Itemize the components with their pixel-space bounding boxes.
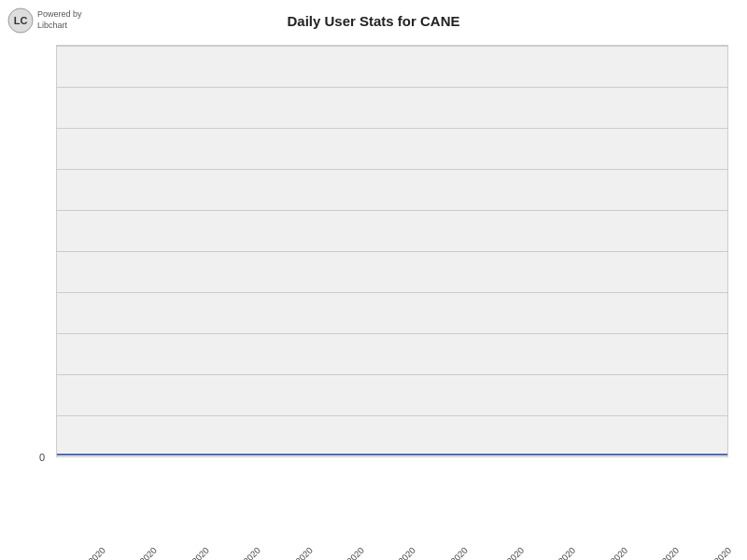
- grid-line: [57, 374, 727, 375]
- data-line: [57, 454, 727, 455]
- chart-container: LC Powered by Libchart Daily User Stats …: [0, 0, 747, 560]
- y-axis-zero-label: 0: [39, 452, 45, 463]
- grid-line: [57, 87, 727, 88]
- grid-line: [57, 46, 727, 47]
- x-axis-label: 4-Mar-2020: [171, 545, 211, 560]
- grid-line: [57, 251, 727, 252]
- x-axis-label: 11-Mar-2020: [534, 545, 577, 560]
- x-axis-label: 13-Mar-2020: [638, 545, 681, 560]
- x-axis-label: 10-Mar-2020: [483, 545, 526, 560]
- x-axis-label: 14-Mar-2020: [690, 545, 733, 560]
- x-axis-label: 12-Mar-2020: [586, 545, 629, 560]
- grid-line: [57, 128, 727, 129]
- grid-line: [57, 210, 727, 211]
- x-axis-label: 8-Mar-2020: [378, 545, 418, 560]
- x-axis-label: 6-Mar-2020: [275, 545, 315, 560]
- x-axis-label: 15-Mar-2020: [741, 545, 747, 560]
- x-axis-label: 3-Mar-2020: [120, 545, 160, 560]
- x-axis-label: 9-Mar-2020: [430, 545, 470, 560]
- x-axis-label: 2-Mar-2020: [67, 545, 107, 560]
- x-axis: 2-Mar-20203-Mar-20204-Mar-20205-Mar-2020…: [56, 457, 728, 560]
- chart-plot-area: [56, 45, 728, 457]
- grid-line: [57, 333, 727, 334]
- grid-line: [57, 169, 727, 170]
- grid-line: [57, 415, 727, 416]
- grid-line: [57, 292, 727, 293]
- x-axis-label: 7-Mar-2020: [326, 545, 366, 560]
- x-axis-label: 5-Mar-2020: [223, 545, 263, 560]
- chart-title: Daily User Stats for CANE: [0, 13, 747, 29]
